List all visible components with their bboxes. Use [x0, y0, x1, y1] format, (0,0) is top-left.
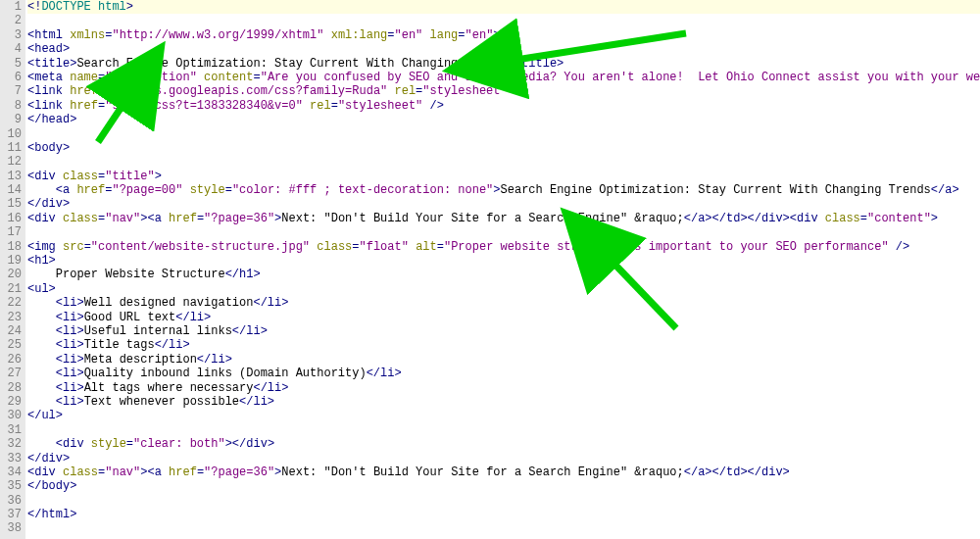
- line-number: 1: [0, 0, 22, 14]
- line-number: 27: [0, 367, 22, 380]
- line-number: 32: [0, 437, 22, 451]
- line-number: 37: [0, 508, 22, 521]
- code-line[interactable]: <a href="?page=00" style="color: #fff ; …: [27, 183, 980, 197]
- code-line[interactable]: </body>: [27, 479, 980, 493]
- code-line[interactable]: <li>Good URL text</li>: [27, 311, 980, 324]
- line-number: 11: [0, 141, 22, 155]
- code-line[interactable]: [27, 521, 980, 535]
- code-line[interactable]: <h1>: [27, 254, 980, 268]
- code-line[interactable]: [27, 423, 980, 437]
- line-number: 16: [0, 212, 22, 225]
- line-number: 29: [0, 395, 22, 409]
- line-number: 13: [0, 170, 22, 183]
- line-number: 23: [0, 311, 22, 324]
- line-number: 26: [0, 353, 22, 367]
- code-line[interactable]: <meta name="description" content="Are yo…: [27, 71, 980, 84]
- code-line[interactable]: </ul>: [27, 409, 980, 422]
- code-line[interactable]: [27, 127, 980, 141]
- code-line[interactable]: <link href="style.css?t=1383328340&v=0" …: [27, 99, 980, 113]
- line-number: 6: [0, 71, 22, 84]
- code-line[interactable]: <li>Title tags</li>: [27, 338, 980, 352]
- line-number: 3: [0, 28, 22, 42]
- line-number: 35: [0, 479, 22, 493]
- line-number: 38: [0, 521, 22, 535]
- code-line[interactable]: <ul>: [27, 282, 980, 296]
- line-number: 31: [0, 423, 22, 437]
- code-line[interactable]: [27, 494, 980, 508]
- code-line[interactable]: <div class="title">: [27, 170, 980, 183]
- line-number: 10: [0, 127, 22, 141]
- line-number: 19: [0, 254, 22, 268]
- code-line[interactable]: <html xmlns="http://www.w3.org/1999/xhtm…: [27, 28, 980, 42]
- line-number: 2: [0, 14, 22, 27]
- code-line[interactable]: <img src="content/website-structure.jpg"…: [27, 240, 980, 254]
- line-number: 24: [0, 324, 22, 338]
- code-line[interactable]: </html>: [27, 508, 980, 521]
- code-line[interactable]: <div style="clear: both"></div>: [27, 437, 980, 451]
- code-area[interactable]: <!DOCTYPE html> <html xmlns="http://www.…: [25, 0, 980, 539]
- line-number: 5: [0, 57, 22, 71]
- code-line[interactable]: </head>: [27, 113, 980, 126]
- code-line[interactable]: <!DOCTYPE html>: [27, 0, 980, 14]
- code-line[interactable]: <head>: [27, 42, 980, 56]
- line-number: 30: [0, 409, 22, 422]
- line-number: 28: [0, 381, 22, 395]
- code-line[interactable]: <li>Alt tags where necessary</li>: [27, 381, 980, 395]
- line-number: 25: [0, 338, 22, 352]
- line-number: 34: [0, 466, 22, 479]
- code-line[interactable]: <li>Text whenever possible</li>: [27, 395, 980, 409]
- line-number: 33: [0, 452, 22, 466]
- line-number: 21: [0, 282, 22, 296]
- code-line[interactable]: <link href="//fonts.googleapis.com/css?f…: [27, 84, 980, 98]
- code-line[interactable]: <div class="nav"><a href="?page=36">Next…: [27, 466, 980, 479]
- line-number: 22: [0, 296, 22, 310]
- code-line[interactable]: <title>Search Engine Optimization: Stay …: [27, 57, 980, 71]
- line-number: 17: [0, 225, 22, 239]
- code-line[interactable]: </div>: [27, 197, 980, 211]
- line-number: 18: [0, 240, 22, 254]
- line-number: 8: [0, 99, 22, 113]
- line-number: 36: [0, 494, 22, 508]
- code-line[interactable]: <body>: [27, 141, 980, 155]
- code-line[interactable]: [27, 14, 980, 27]
- code-line[interactable]: <li>Well designed navigation</li>: [27, 296, 980, 310]
- code-line[interactable]: <li>Useful internal links</li>: [27, 324, 980, 338]
- code-line[interactable]: [27, 225, 980, 239]
- line-number: 14: [0, 183, 22, 197]
- code-line[interactable]: Proper Website Structure</h1>: [27, 268, 980, 281]
- code-line[interactable]: <div class="nav"><a href="?page=36">Next…: [27, 212, 980, 225]
- line-number: 20: [0, 268, 22, 281]
- code-line[interactable]: </div>: [27, 452, 980, 466]
- line-number-gutter: 1234567891011121314151617181920212223242…: [0, 0, 25, 539]
- line-number: 7: [0, 84, 22, 98]
- line-number: 15: [0, 197, 22, 211]
- code-line[interactable]: <li>Quality inbound links (Domain Author…: [27, 367, 980, 380]
- code-line[interactable]: [27, 155, 980, 169]
- line-number: 12: [0, 155, 22, 169]
- code-line[interactable]: <li>Meta description</li>: [27, 353, 980, 367]
- line-number: 9: [0, 113, 22, 126]
- line-number: 4: [0, 42, 22, 56]
